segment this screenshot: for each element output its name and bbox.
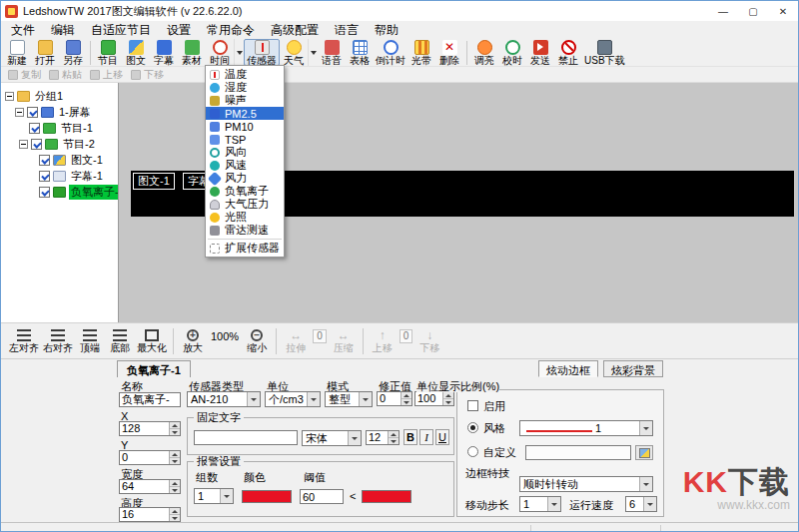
- checkbox[interactable]: [39, 187, 50, 198]
- menu-language[interactable]: 语言: [327, 21, 367, 39]
- menu-file[interactable]: 文件: [3, 21, 43, 39]
- collapse-icon[interactable]: [5, 92, 14, 101]
- align-right-button[interactable]: 右对齐: [41, 325, 75, 357]
- align-top-button[interactable]: 顶端: [75, 325, 105, 357]
- menu-item-extended-sensor[interactable]: 扩展传感器: [206, 242, 284, 255]
- bold-button[interactable]: B: [403, 429, 417, 445]
- x-spinner[interactable]: 128: [119, 421, 181, 436]
- spin-down-button[interactable]: [170, 515, 180, 521]
- combo-dropdown-button[interactable]: [247, 392, 260, 406]
- menu-edit[interactable]: 编辑: [43, 21, 83, 39]
- menu-item-pm25-selected[interactable]: PM2.5: [206, 107, 284, 120]
- paste-button[interactable]: 粘贴: [45, 68, 86, 82]
- step-combo[interactable]: 1: [519, 496, 561, 512]
- menu-adaptive-program[interactable]: 自适应节目: [83, 21, 159, 39]
- align-bottom-button[interactable]: 底部: [105, 325, 135, 357]
- stretch-button[interactable]: ↔拉伸: [281, 325, 311, 357]
- properties-tab[interactable]: 负氧离子-1: [117, 360, 191, 377]
- custom-browse-button[interactable]: [635, 445, 653, 460]
- combo-dropdown-button[interactable]: [547, 497, 560, 511]
- collapse-icon[interactable]: [19, 140, 28, 149]
- font-size-spinner[interactable]: 12: [366, 430, 400, 445]
- time-button[interactable]: 时间: [206, 39, 234, 66]
- subtitle-button[interactable]: 字幕: [150, 39, 178, 66]
- menu-help[interactable]: 帮助: [367, 21, 406, 39]
- tree-node-program1[interactable]: 节目-1: [1, 120, 118, 136]
- weather-dropdown-button[interactable]: [308, 39, 318, 66]
- combo-dropdown-button[interactable]: [643, 497, 656, 511]
- program-button[interactable]: 节目: [94, 39, 122, 66]
- tree-node-subtitle1[interactable]: 字幕-1: [1, 168, 118, 184]
- menu-item-noise[interactable]: 噪声: [206, 94, 284, 107]
- menu-settings[interactable]: 设置: [159, 21, 199, 39]
- spin-down-button[interactable]: [443, 399, 453, 405]
- combo-dropdown-button[interactable]: [220, 489, 233, 503]
- zoom-out-button[interactable]: 缩小: [242, 325, 272, 357]
- close-button[interactable]: ✕: [768, 1, 798, 21]
- tab-dynamic-border[interactable]: 炫动边框: [538, 360, 598, 377]
- underline-button[interactable]: U: [435, 429, 449, 445]
- material-button[interactable]: 素材: [178, 39, 206, 66]
- forbid-button[interactable]: 禁止: [554, 39, 582, 66]
- stretch-value[interactable]: 0: [313, 329, 327, 343]
- graphic-text-button[interactable]: 图文: [122, 39, 150, 66]
- border-style-combo[interactable]: 1: [519, 420, 653, 436]
- spin-up-button[interactable]: [389, 431, 399, 438]
- move-up-button[interactable]: 上移: [86, 68, 127, 82]
- y-spinner[interactable]: 0: [119, 450, 181, 465]
- checkbox[interactable]: [39, 171, 50, 182]
- combo-dropdown-button[interactable]: [639, 421, 652, 435]
- spin-up-button[interactable]: [443, 392, 453, 399]
- combo-dropdown-button[interactable]: [307, 392, 320, 406]
- style-radio[interactable]: [467, 422, 478, 433]
- threshold-input[interactable]: [300, 489, 344, 504]
- sensor-type-combo[interactable]: AN-210: [187, 391, 261, 407]
- time-dropdown-button[interactable]: [234, 39, 244, 66]
- tree-node-group[interactable]: 分组1: [1, 88, 118, 104]
- checkbox[interactable]: [31, 139, 42, 150]
- spin-up-button[interactable]: [170, 451, 180, 458]
- italic-button[interactable]: I: [419, 429, 433, 445]
- tree-node-sensor1-selected[interactable]: 负氧离子-1: [1, 184, 118, 200]
- group-count-combo[interactable]: 1: [194, 488, 234, 504]
- table-button[interactable]: 表格: [346, 39, 374, 66]
- menu-common-commands[interactable]: 常用命令: [199, 21, 263, 39]
- save-as-button[interactable]: 另存: [59, 39, 87, 66]
- tree-node-program2[interactable]: 节目-2: [1, 136, 118, 152]
- minimize-button[interactable]: —: [708, 1, 738, 21]
- custom-border-input[interactable]: [525, 445, 631, 460]
- voice-button[interactable]: 语音: [318, 39, 346, 66]
- name-input[interactable]: [119, 392, 181, 407]
- mode-combo[interactable]: 整型: [325, 391, 373, 407]
- height-spinner[interactable]: 16: [119, 507, 181, 522]
- move-down-button[interactable]: 下移: [127, 68, 168, 82]
- copy-button[interactable]: 复制: [4, 68, 45, 82]
- alarm-color-swatch-2[interactable]: [362, 490, 411, 503]
- time-sync-button[interactable]: 校时: [498, 39, 526, 66]
- compress-button[interactable]: ↔压缩: [329, 325, 359, 357]
- combo-dropdown-button[interactable]: [639, 477, 652, 491]
- layer-up-button[interactable]: ↑上移: [368, 325, 398, 357]
- countdown-button[interactable]: 倒计时: [374, 39, 407, 66]
- border-effect-combo[interactable]: 顺时针转动: [519, 476, 653, 492]
- fixed-text-input[interactable]: [194, 430, 298, 445]
- spin-down-button[interactable]: [170, 487, 180, 493]
- correction-spinner[interactable]: 0: [377, 391, 412, 406]
- align-left-button[interactable]: 左对齐: [7, 325, 41, 357]
- checkbox[interactable]: [29, 123, 40, 134]
- collapse-icon[interactable]: [15, 108, 24, 117]
- graphic-region-label[interactable]: 图文-1: [133, 173, 175, 190]
- tree-node-screen[interactable]: 1-屏幕: [1, 104, 118, 120]
- spin-up-button[interactable]: [170, 508, 180, 515]
- light-band-button[interactable]: 光带: [407, 39, 435, 66]
- combo-dropdown-button[interactable]: [348, 431, 361, 445]
- custom-radio[interactable]: [467, 446, 478, 457]
- send-button[interactable]: 发送: [526, 39, 554, 66]
- spin-down-button[interactable]: [389, 438, 399, 444]
- maximize-region-button[interactable]: 最大化: [135, 325, 169, 357]
- layer-down-button[interactable]: ↓下移: [414, 325, 444, 357]
- spin-down-button[interactable]: [170, 429, 180, 435]
- spin-up-button[interactable]: [170, 480, 180, 487]
- delete-button[interactable]: 删除: [435, 39, 463, 66]
- alarm-color-swatch[interactable]: [242, 490, 292, 503]
